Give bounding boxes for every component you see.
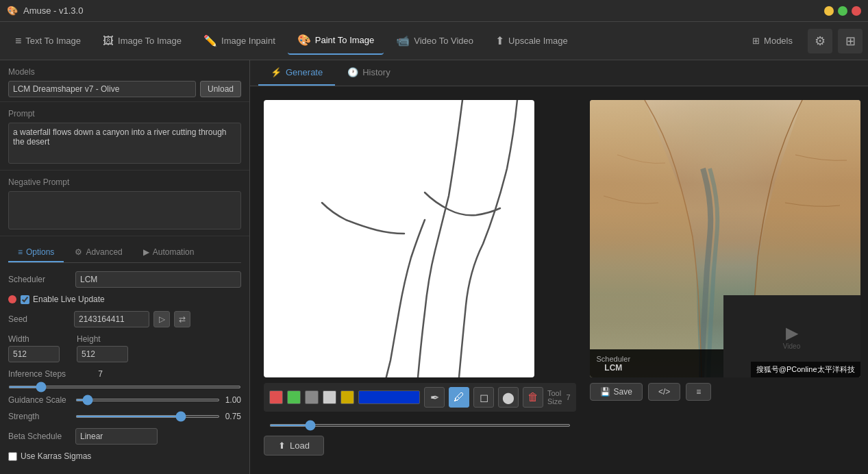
save-icon: 💾: [600, 387, 610, 397]
nav-bar: ≡ Text To Image 🖼 Image To Image ✏️ Imag…: [0, 22, 868, 60]
grid-button[interactable]: ⊞: [838, 29, 863, 53]
generate-tab-label: Generate: [286, 67, 323, 77]
tab-generate[interactable]: ⚡ Generate: [258, 60, 335, 86]
drawing-canvas[interactable]: [264, 100, 534, 377]
karras-label[interactable]: Use Karras Sigmas: [8, 451, 91, 461]
pencil-tool-button[interactable]: ✒: [424, 387, 445, 408]
sidebar: Models LCM Dreamshaper v7 - Olive Unload…: [0, 60, 250, 474]
video-placeholder: ▶ Video: [783, 323, 800, 350]
maximize-button[interactable]: □: [838, 6, 847, 16]
tab-advanced[interactable]: ⚙ Advanced: [65, 243, 132, 262]
nav-label-image-to-image: Image To Image: [118, 36, 182, 46]
nav-item-video-to-video[interactable]: 📹 Video To Video: [386, 27, 483, 55]
models-section-label: Models: [8, 67, 241, 77]
strength-row: Strength 0.75: [8, 412, 241, 421]
advanced-icon: ⚙: [75, 247, 82, 257]
upscale-image-icon: ⬆: [495, 34, 504, 47]
color-swatch-red[interactable]: [269, 390, 283, 404]
height-select[interactable]: 512 256 768 1024: [77, 346, 128, 362]
width-height-row: Width 512 256 768 1024 Height 512 256 76…: [8, 334, 241, 362]
pencil-icon: ✒: [430, 391, 439, 404]
advanced-tab-label: Advanced: [86, 247, 122, 257]
color-picker-active[interactable]: [358, 390, 420, 404]
generate-icon: ⚡: [271, 67, 282, 77]
output-image: Scheduler LCM Steps 7 21: [590, 100, 860, 377]
beta-schedule-row: Beta Schedule Linear Cosine Scaled: [8, 428, 241, 445]
scheduler-label: Scheduler: [8, 275, 70, 284]
trash-icon: 🗑: [528, 391, 538, 403]
seed-random-button[interactable]: ▷: [153, 311, 170, 327]
eraser-icon: ◻: [480, 391, 488, 404]
karras-checkbox[interactable]: [8, 452, 17, 461]
menu-button[interactable]: ≡: [686, 383, 711, 401]
live-update-label[interactable]: Enable Live Update: [21, 295, 105, 304]
tab-history[interactable]: 🕐 History: [335, 60, 402, 86]
code-button[interactable]: </>: [648, 383, 680, 401]
nav-item-image-inpaint[interactable]: ✏️ Image Inpaint: [194, 27, 285, 55]
minimize-button[interactable]: −: [824, 6, 834, 16]
strength-value: 0.75: [225, 412, 241, 421]
color-swatch-yellow[interactable]: [340, 390, 354, 404]
fill-icon: ⬤: [502, 391, 514, 404]
width-group: Width 512 256 768 1024: [8, 334, 70, 362]
color-swatch-green[interactable]: [287, 390, 301, 404]
inference-steps-slider[interactable]: [8, 386, 241, 388]
prompt-input[interactable]: a waterfall flows down a canyon into a r…: [8, 123, 241, 164]
eraser-tool-button[interactable]: ◻: [473, 387, 494, 408]
models-icon: ⊞: [752, 36, 760, 46]
beta-schedule-select[interactable]: Linear Cosine Scaled: [75, 428, 158, 445]
guidance-scale-value: 1.00: [225, 395, 241, 405]
title-bar-left: 🎨 Amuse - v1.3.0: [7, 5, 83, 16]
strength-slider[interactable]: [75, 415, 220, 418]
tool-size-slider[interactable]: [269, 424, 571, 427]
brush-tool-button[interactable]: 🖊: [449, 387, 469, 408]
scheduler-select[interactable]: LCM DDIM DDPM DPM Euler: [75, 271, 241, 288]
content-area: ⚡ Generate 🕐 History: [250, 60, 868, 474]
seed-input[interactable]: [74, 311, 149, 327]
inference-steps-label: Inference Steps: [8, 369, 77, 379]
watermark-text: 搜狐号@PConline太平洋科技: [756, 365, 855, 373]
options-tab-label: Options: [26, 247, 54, 257]
nav-item-text-to-image[interactable]: ≡ Text To Image: [5, 27, 90, 55]
nav-item-paint-to-image[interactable]: 🎨 Paint To Image: [288, 27, 384, 55]
prompt-label: Prompt: [8, 109, 241, 118]
video-label: Video: [783, 342, 800, 350]
menu-icon: ≡: [696, 387, 701, 397]
live-update-checkbox[interactable]: [21, 295, 29, 304]
negative-prompt-input[interactable]: [8, 191, 241, 229]
guidance-scale-slider[interactable]: [75, 399, 220, 401]
nav-item-image-to-image[interactable]: 🖼 Image To Image: [93, 27, 191, 55]
models-button[interactable]: ⊞ Models: [743, 27, 802, 55]
brush-icon: 🖊: [454, 391, 464, 403]
seed-shuffle-button[interactable]: ⇄: [174, 311, 190, 327]
prompt-section: Prompt a waterfall flows down a canyon i…: [0, 102, 249, 171]
tab-automation[interactable]: ▶ Automation: [134, 243, 204, 262]
save-button[interactable]: 💾 Save: [590, 383, 643, 401]
color-swatch-lightgray[interactable]: [323, 390, 336, 404]
close-button[interactable]: ×: [852, 6, 861, 16]
save-label: Save: [614, 387, 632, 397]
video-icon: ▶: [783, 323, 800, 342]
video-to-video-icon: 📹: [396, 34, 410, 47]
app-title: Amuse - v1.3.0: [23, 5, 83, 16]
output-actions: 💾 Save </> ≡: [590, 383, 860, 401]
negative-prompt-section: Negative Prompt: [0, 171, 249, 236]
karras-text: Use Karras Sigmas: [21, 451, 91, 461]
title-bar-controls: − □ ×: [824, 6, 861, 16]
load-button[interactable]: ⬆ Load: [264, 436, 324, 456]
color-swatch-gray[interactable]: [305, 390, 319, 404]
nav-item-upscale-image[interactable]: ⬆ Upscale Image: [486, 27, 578, 55]
unload-button[interactable]: Unload: [200, 81, 241, 97]
model-select[interactable]: LCM Dreamshaper v7 - Olive: [8, 81, 196, 97]
height-group: Height 512 256 768 1024: [77, 334, 138, 362]
model-row: LCM Dreamshaper v7 - Olive Unload: [8, 81, 241, 97]
title-bar: 🎨 Amuse - v1.3.0 − □ ×: [0, 0, 868, 22]
tab-options[interactable]: ≡ Options: [8, 243, 64, 262]
meta-scheduler-value: LCM: [604, 363, 622, 373]
guidance-scale-row: Guidance Scale 1.00: [8, 395, 241, 405]
settings-button[interactable]: ⚙: [808, 29, 832, 53]
clear-tool-button[interactable]: 🗑: [523, 387, 543, 408]
options-section: ≡ Options ⚙ Advanced ▶ Automation Schedu…: [0, 236, 249, 468]
fill-tool-button[interactable]: ⬤: [498, 387, 519, 408]
width-select[interactable]: 512 256 768 1024: [8, 346, 60, 362]
